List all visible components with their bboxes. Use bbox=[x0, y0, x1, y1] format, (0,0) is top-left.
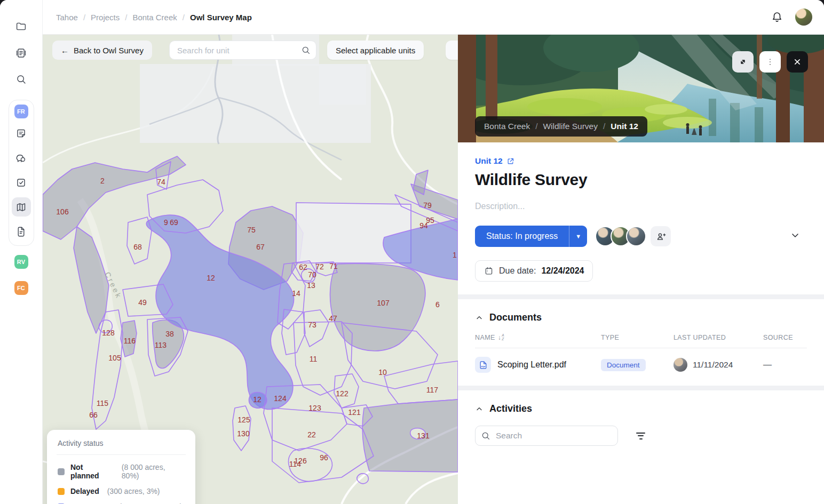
map-unit-label[interactable]: 47 bbox=[329, 314, 337, 323]
add-assignee-button[interactable] bbox=[651, 226, 671, 246]
map-unit-label[interactable]: 38 bbox=[165, 330, 174, 338]
select-applicable-units-button[interactable]: Select applicable units bbox=[327, 41, 424, 60]
map-action-button-partial[interactable] bbox=[446, 41, 458, 60]
map-unit-label[interactable]: 116 bbox=[124, 337, 136, 345]
map-unit-label[interactable]: 106 bbox=[56, 207, 68, 216]
breadcrumb-item[interactable]: Unit 12 bbox=[611, 122, 638, 131]
map-unit-label[interactable]: 94 bbox=[419, 221, 428, 230]
map-icon[interactable] bbox=[12, 197, 31, 217]
map-unit-label[interactable]: 105 bbox=[108, 354, 121, 362]
map-unit-label[interactable]: 1 bbox=[453, 251, 457, 259]
map-unit-label[interactable]: 107 bbox=[377, 299, 389, 307]
person-add-icon bbox=[656, 231, 666, 242]
map-unit-label[interactable]: 9 bbox=[164, 218, 168, 227]
map-unit-label[interactable]: 11 bbox=[310, 355, 318, 363]
unit-search bbox=[169, 41, 316, 60]
map-unit-label[interactable]: 75 bbox=[247, 226, 256, 234]
map-unit-label[interactable]: 69 bbox=[170, 218, 178, 227]
map-unit-label[interactable]: 49 bbox=[138, 298, 147, 307]
map-unit-label[interactable]: 113 bbox=[155, 341, 167, 349]
map-unit-label[interactable]: 79 bbox=[423, 201, 432, 210]
filter-icon[interactable] bbox=[634, 430, 647, 442]
activities-section-header[interactable]: Activities bbox=[475, 403, 807, 414]
map-unit-label[interactable]: 66 bbox=[89, 411, 98, 419]
col-type[interactable]: TYPE bbox=[601, 334, 674, 341]
map-unit-label[interactable]: 22 bbox=[307, 430, 316, 439]
legend-swatch bbox=[58, 468, 65, 475]
map-unit-label[interactable]: 72 bbox=[315, 262, 324, 271]
map-unit-label[interactable]: 70 bbox=[308, 270, 316, 279]
unit-detail-panel: Bonta Creek/Wildlife Survey/Unit 12 Unit… bbox=[458, 35, 824, 504]
due-date-button[interactable]: Due date: 12/24/2024 bbox=[475, 260, 593, 282]
projects-folder-icon[interactable] bbox=[12, 17, 31, 36]
table-row[interactable]: PDFScoping Letter.pdfDocument11/11/2024— bbox=[475, 348, 807, 381]
documents-section-header[interactable]: Documents bbox=[475, 312, 807, 323]
notifications-bell-icon[interactable] bbox=[771, 11, 783, 23]
search-icon[interactable] bbox=[12, 69, 31, 89]
unit-search-input[interactable] bbox=[169, 41, 316, 60]
back-to-owl-survey-button[interactable]: ← Back to Owl Survey bbox=[52, 41, 152, 60]
app-window: FR RV FC Tahoe/Projects/Bonta Creek/Owl … bbox=[0, 0, 824, 504]
assignee-avatars[interactable] bbox=[595, 226, 646, 246]
map-unit-label[interactable]: 121 bbox=[348, 408, 360, 417]
close-panel-button[interactable] bbox=[787, 51, 808, 73]
map-unit-label[interactable]: 67 bbox=[256, 243, 265, 251]
journal-icon[interactable] bbox=[12, 43, 31, 62]
activities-search-input[interactable] bbox=[475, 426, 618, 446]
breadcrumb-item[interactable]: Bonta Creek bbox=[484, 122, 530, 131]
map-unit-label[interactable]: 73 bbox=[308, 321, 316, 329]
map-unit-label[interactable]: 13 bbox=[307, 281, 315, 290]
breadcrumb-item[interactable]: Tahoe bbox=[56, 13, 78, 22]
notes-icon[interactable] bbox=[12, 124, 31, 143]
map-unit-label[interactable]: 125 bbox=[237, 415, 250, 424]
col-name[interactable]: NAME↓AZ bbox=[475, 334, 601, 341]
expand-button[interactable] bbox=[732, 51, 754, 73]
workspace-avatar-fc[interactable]: FC bbox=[14, 281, 28, 295]
map-unit-label[interactable]: 12 bbox=[253, 395, 262, 404]
col-source[interactable]: SOURCE bbox=[763, 334, 807, 341]
map-unit-label[interactable]: 74 bbox=[157, 178, 165, 186]
unit-link[interactable]: Unit 12 bbox=[475, 156, 514, 166]
description-field[interactable]: Description... bbox=[475, 202, 807, 211]
map-unit-label[interactable]: 10 bbox=[378, 368, 387, 377]
col-last-updated[interactable]: LAST UPDATED bbox=[674, 334, 763, 341]
more-options-button[interactable] bbox=[759, 51, 781, 73]
map-unit-label[interactable]: 123 bbox=[308, 404, 321, 412]
map-unit-label[interactable]: 114 bbox=[289, 460, 301, 468]
map-unit-label[interactable]: 96 bbox=[320, 453, 328, 462]
breadcrumb-item[interactable]: Bonta Creek bbox=[132, 13, 177, 22]
panel-body: Unit 12 Wildlife Survey Description... S… bbox=[458, 142, 824, 446]
map-unit-label[interactable]: 128 bbox=[102, 329, 114, 337]
user-avatar[interactable] bbox=[795, 9, 812, 26]
map-unit-label[interactable]: 2 bbox=[100, 177, 105, 185]
map-unit-label[interactable]: 12 bbox=[207, 274, 215, 282]
map-unit-label[interactable]: 6 bbox=[435, 300, 440, 309]
legend-detail: (8 000 acres, 80%) bbox=[122, 463, 185, 480]
map-unit-label[interactable]: 130 bbox=[237, 429, 249, 438]
map-unit-label[interactable]: 62 bbox=[299, 263, 307, 271]
header-actions bbox=[771, 9, 812, 26]
workspace-avatar-fr[interactable]: FR bbox=[14, 105, 28, 118]
owl-survey-map[interactable]: Creek 2741069697568677995946272717013121… bbox=[43, 35, 458, 504]
activity-status-legend: Activity status Not planned(8 000 acres,… bbox=[47, 430, 195, 504]
breadcrumb-item[interactable]: Projects bbox=[91, 13, 120, 22]
breadcrumb-item[interactable]: Wildlife Survey bbox=[543, 122, 598, 131]
map-unit-label[interactable]: 122 bbox=[336, 389, 348, 398]
map-unit-label[interactable]: 124 bbox=[274, 394, 286, 403]
tasks-icon[interactable] bbox=[12, 173, 31, 192]
collapse-panel-chevron[interactable] bbox=[790, 230, 801, 243]
map-unit-label[interactable]: 68 bbox=[133, 243, 142, 251]
breadcrumb-item[interactable]: Owl Survey Map bbox=[190, 13, 252, 22]
legend-item: Delayed(300 acres, 3%) bbox=[58, 487, 185, 495]
workspace-avatar-rv[interactable]: RV bbox=[14, 255, 28, 269]
status-caret-button[interactable]: ▼ bbox=[569, 226, 587, 247]
pdf-file-icon: PDF bbox=[475, 357, 491, 373]
document-icon[interactable] bbox=[12, 222, 31, 241]
map-unit-label[interactable]: 115 bbox=[97, 399, 108, 407]
map-unit-label[interactable]: 131 bbox=[417, 431, 429, 440]
map-unit-label[interactable]: 14 bbox=[292, 289, 300, 298]
status-button[interactable]: Status: In progress bbox=[475, 226, 569, 247]
map-unit-label[interactable]: 117 bbox=[426, 386, 438, 394]
chat-icon[interactable] bbox=[12, 148, 31, 167]
map-unit-label[interactable]: 71 bbox=[329, 262, 338, 270]
